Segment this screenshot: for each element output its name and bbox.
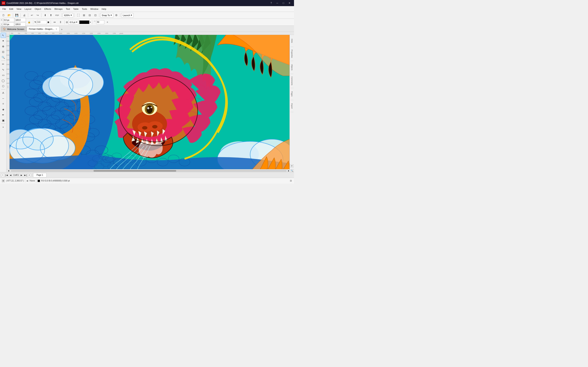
comments-panel-btn[interactable]: Comments (290, 75, 294, 87)
view-mode2-button[interactable]: ⊟ (87, 13, 92, 18)
new-button[interactable]: 🗋 (1, 13, 6, 18)
zoom-dropdown[interactable]: 626% ▾ (63, 13, 73, 17)
menu-layout[interactable]: Layout (23, 7, 33, 11)
smart-fill-tool[interactable]: ▣ (1, 118, 6, 123)
page-navigation: + |◄ ◄ 1 of 1 ► ►| + (0, 174, 32, 177)
import-button[interactable]: ⬇ (43, 13, 48, 18)
tab-dragon[interactable]: Firman Hatibu - Dragon... ✕ (27, 26, 60, 32)
status-bar: ⚙ ( 877.22, 2,383.57 ) ◈ / None R:0 G:0 … (0, 178, 294, 184)
mirror-h-button[interactable]: ⇔ (52, 20, 57, 25)
svg-point-100 (151, 107, 152, 108)
snap-settings-button[interactable]: ⚙ (114, 13, 119, 18)
close-button[interactable]: ✕ (287, 1, 292, 5)
prev-page-btn[interactable]: ◄ (9, 174, 12, 177)
last-page-btn[interactable]: ►| (24, 174, 27, 177)
menu-tools[interactable]: Tools (80, 7, 89, 11)
ellipse-tool[interactable]: ◯ (1, 78, 6, 83)
hints-panel-btn[interactable]: Hints (290, 36, 294, 46)
undo-button[interactable]: ↩ (29, 13, 35, 18)
scroll-right-btn[interactable]: ► (287, 170, 290, 172)
menu-file[interactable]: File (1, 7, 8, 11)
selector-tool[interactable]: ↖ (1, 33, 6, 38)
menu-bitmaps[interactable]: Bitmaps (53, 7, 64, 11)
y-input[interactable] (3, 22, 14, 26)
fill-tool[interactable]: ◈ (1, 107, 6, 112)
maximize-button[interactable]: □ (281, 1, 286, 5)
ruler-left: 2350 2300 2250 2200 2150 2100 2050 2000 … (7, 35, 9, 169)
objects-panel-btn[interactable]: Objects (290, 62, 294, 73)
print-button[interactable]: 🖨 (22, 13, 27, 18)
panel-divider (291, 47, 293, 47)
corner-add[interactable]: + (105, 20, 110, 25)
menu-object[interactable]: Object (33, 7, 43, 11)
view-mode-button[interactable]: ⊞ (81, 13, 86, 18)
minimize-button[interactable]: ─ (274, 1, 280, 5)
h-scroll-track[interactable] (11, 170, 287, 172)
toolbar-separator (13, 13, 13, 17)
h-scrollbar[interactable]: ◄ ► 🔍 (7, 169, 294, 172)
properties-panel-btn[interactable]: Properties (290, 48, 294, 60)
export-pdf-button[interactable]: PDF (54, 13, 61, 18)
eyedropper-tool[interactable]: ✒ (1, 112, 6, 117)
mirror-v-button[interactable]: ⇕ (58, 20, 63, 25)
first-page-btn[interactable]: |◄ (5, 174, 8, 177)
redo-button[interactable]: ↪ (35, 13, 40, 18)
menu-edit[interactable]: Edit (8, 7, 15, 11)
add-page-btn[interactable]: + (1, 174, 4, 177)
crop-tool[interactable]: ⊡ (1, 49, 6, 54)
smart-draw-tool[interactable]: ∿ (1, 67, 6, 72)
launch-dropdown[interactable]: Launch ▾ (121, 13, 134, 17)
view-mode3-button[interactable]: ⊡ (93, 13, 98, 18)
tool-separator (1, 60, 5, 61)
freehand-tool[interactable]: ✏ (1, 61, 6, 67)
tab-close-button[interactable]: ✕ (56, 28, 57, 30)
stroke-dropdown[interactable]: 0.5 pt ▾ (68, 20, 79, 25)
zoom-fit-btn[interactable]: ⊡ (289, 179, 292, 183)
tab-welcome-label: Welcome Screen (7, 28, 24, 30)
tab-welcome[interactable]: 🏠 Welcome Screen (1, 26, 26, 32)
pages-panel-btn[interactable]: Pages (290, 89, 294, 99)
open-button[interactable]: 📂 (7, 13, 12, 18)
new-tab-button[interactable]: + (60, 27, 64, 32)
next-page-btn[interactable]: ► (20, 174, 23, 177)
full-screen-button[interactable]: ⛶ (76, 13, 81, 18)
add-page-end-btn[interactable]: + (27, 174, 31, 177)
menu-window[interactable]: Window (89, 7, 100, 11)
settings-btn[interactable]: ⚙ (2, 179, 5, 183)
menu-table[interactable]: Table (72, 7, 80, 11)
transform-tool[interactable]: ⊕ (1, 44, 6, 49)
menu-help[interactable]: Help (100, 7, 108, 11)
rotation-input[interactable] (37, 20, 47, 24)
menu-effects[interactable]: Effects (43, 7, 53, 11)
lock-ratio-button[interactable]: 🔒 (26, 20, 32, 25)
export-button[interactable]: ⬆ (48, 13, 53, 18)
app-logo: CD (2, 1, 5, 5)
scroll-left-btn[interactable]: ◄ (7, 170, 10, 172)
corner-input[interactable] (96, 20, 104, 24)
add-remove-tool[interactable]: + (1, 124, 6, 130)
menu-text[interactable]: Text (64, 7, 71, 11)
save-button[interactable]: 💾 (14, 13, 19, 18)
main-toolbar: 🗋 📂 💾 🖨 ↩ ↪ ⬇ ⬆ PDF 626% ▾ ⛶ ⊞ ⊟ ⊡ Snap … (0, 12, 294, 19)
y-icon: Y: (1, 23, 2, 25)
height-input[interactable] (15, 22, 26, 26)
connector-tool[interactable]: ⌗ (1, 101, 6, 106)
zoom-tool[interactable]: 🔍 (1, 55, 6, 60)
page-tab[interactable]: Page 1 (33, 173, 47, 177)
text-tool[interactable]: A (1, 90, 6, 95)
width-input[interactable] (15, 18, 26, 22)
canvas-viewport[interactable] (9, 35, 290, 169)
x-input[interactable] (3, 18, 14, 22)
h-scroll-thumb[interactable] (94, 170, 176, 172)
dimension-tool[interactable]: ↔ (1, 96, 6, 101)
stroke-color-preview[interactable] (79, 20, 89, 24)
polygon-tool[interactable]: ⬡ (1, 83, 6, 89)
rectangle-tool[interactable]: ▭ (1, 72, 6, 78)
node-tool[interactable]: ✦ (1, 38, 6, 43)
zoom-out-nav[interactable]: 🔍 (290, 170, 294, 172)
export-panel-btn[interactable]: Export (290, 101, 294, 111)
menu-view[interactable]: View (15, 7, 23, 11)
add-panel-btn[interactable]: + (290, 164, 294, 167)
help-button[interactable]: ? (268, 1, 274, 5)
snap-to-dropdown[interactable]: Snap To ▾ (100, 13, 113, 17)
